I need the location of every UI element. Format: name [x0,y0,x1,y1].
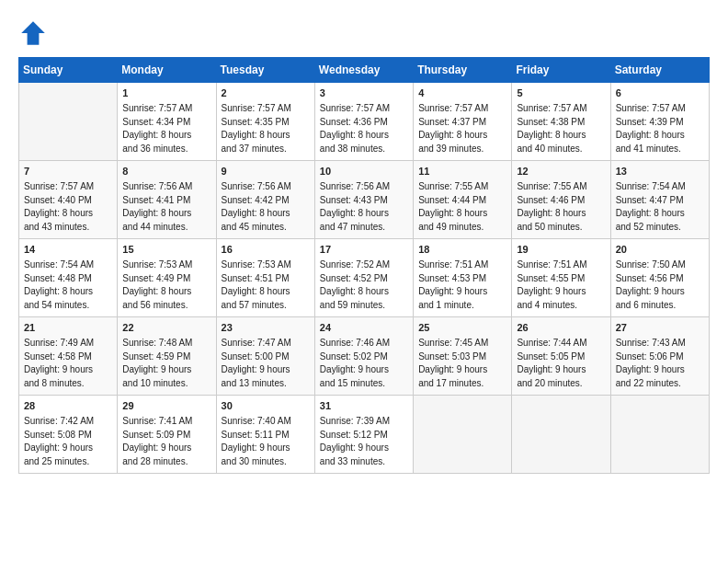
day-number: 19 [517,243,605,257]
calendar-cell: 1Sunrise: 7:57 AM Sunset: 4:34 PM Daylig… [118,83,216,161]
day-number: 2 [222,86,310,100]
day-info: Sunrise: 7:46 AM Sunset: 5:02 PM Dayligh… [320,337,408,390]
calendar-cell [414,396,512,474]
calendar-cell: 8Sunrise: 7:56 AM Sunset: 4:41 PM Daylig… [118,161,216,239]
day-info: Sunrise: 7:55 AM Sunset: 4:46 PM Dayligh… [517,180,605,234]
day-info: Sunrise: 7:53 AM Sunset: 4:51 PM Dayligh… [222,259,310,312]
day-number: 25 [418,321,506,335]
calendar-cell: 24Sunrise: 7:46 AM Sunset: 5:02 PM Dayli… [314,317,413,396]
day-number: 13 [616,165,704,178]
weekday-header-row: SundayMondayTuesdayWednesdayThursdayFrid… [19,58,710,83]
day-number: 15 [122,243,210,257]
weekday-header: Thursday [414,58,512,83]
day-number: 26 [517,321,605,335]
day-info: Sunrise: 7:52 AM Sunset: 4:52 PM Dayligh… [320,259,408,312]
calendar-cell: 29Sunrise: 7:41 AM Sunset: 5:09 PM Dayli… [118,396,216,474]
day-info: Sunrise: 7:43 AM Sunset: 5:06 PM Dayligh… [616,337,704,390]
day-info: Sunrise: 7:40 AM Sunset: 5:11 PM Dayligh… [222,415,310,468]
day-info: Sunrise: 7:42 AM Sunset: 5:08 PM Dayligh… [24,415,112,468]
calendar-cell: 31Sunrise: 7:39 AM Sunset: 5:12 PM Dayli… [314,396,413,474]
calendar-cell: 6Sunrise: 7:57 AM Sunset: 4:39 PM Daylig… [610,83,709,161]
day-info: Sunrise: 7:57 AM Sunset: 4:40 PM Dayligh… [24,180,112,234]
day-number: 8 [122,165,210,178]
calendar-cell: 4Sunrise: 7:57 AM Sunset: 4:37 PM Daylig… [414,83,512,161]
day-number: 29 [122,399,210,413]
day-number: 16 [222,243,310,257]
day-info: Sunrise: 7:45 AM Sunset: 5:03 PM Dayligh… [418,337,506,390]
calendar-cell: 12Sunrise: 7:55 AM Sunset: 4:46 PM Dayli… [512,161,610,239]
calendar-cell: 25Sunrise: 7:45 AM Sunset: 5:03 PM Dayli… [414,317,512,396]
day-info: Sunrise: 7:57 AM Sunset: 4:36 PM Dayligh… [320,102,408,155]
weekday-header: Wednesday [314,58,413,83]
day-number: 24 [320,321,408,335]
day-number: 7 [24,165,112,178]
calendar-cell: 23Sunrise: 7:47 AM Sunset: 5:00 PM Dayli… [216,317,314,396]
day-info: Sunrise: 7:41 AM Sunset: 5:09 PM Dayligh… [122,415,210,468]
calendar-cell [512,396,610,474]
calendar-cell: 7Sunrise: 7:57 AM Sunset: 4:40 PM Daylig… [19,161,118,239]
weekday-header: Tuesday [216,58,314,83]
calendar-week-row: 28Sunrise: 7:42 AM Sunset: 5:08 PM Dayli… [19,396,710,474]
day-number: 30 [222,399,310,413]
day-info: Sunrise: 7:56 AM Sunset: 4:41 PM Dayligh… [122,180,210,234]
day-info: Sunrise: 7:57 AM Sunset: 4:35 PM Dayligh… [222,102,310,155]
day-info: Sunrise: 7:49 AM Sunset: 4:58 PM Dayligh… [24,337,112,390]
day-info: Sunrise: 7:54 AM Sunset: 4:48 PM Dayligh… [24,259,112,312]
day-info: Sunrise: 7:50 AM Sunset: 4:56 PM Dayligh… [616,259,704,312]
day-number: 1 [122,86,210,100]
calendar-cell: 30Sunrise: 7:40 AM Sunset: 5:11 PM Dayli… [216,396,314,474]
day-number: 21 [24,321,112,335]
calendar-cell: 2Sunrise: 7:57 AM Sunset: 4:35 PM Daylig… [216,83,314,161]
calendar-cell: 10Sunrise: 7:56 AM Sunset: 4:43 PM Dayli… [314,161,413,239]
weekday-header: Sunday [19,58,118,83]
page-header [18,18,710,48]
calendar-cell: 16Sunrise: 7:53 AM Sunset: 4:51 PM Dayli… [216,239,314,317]
day-number: 22 [122,321,210,335]
calendar-cell: 21Sunrise: 7:49 AM Sunset: 4:58 PM Dayli… [19,317,118,396]
day-number: 23 [222,321,310,335]
day-number: 6 [616,86,704,100]
day-number: 14 [24,243,112,257]
calendar-cell: 9Sunrise: 7:56 AM Sunset: 4:42 PM Daylig… [216,161,314,239]
day-info: Sunrise: 7:57 AM Sunset: 4:37 PM Dayligh… [418,102,506,155]
day-number: 27 [616,321,704,335]
day-info: Sunrise: 7:56 AM Sunset: 4:42 PM Dayligh… [222,180,310,234]
weekday-header: Monday [118,58,216,83]
calendar-cell: 14Sunrise: 7:54 AM Sunset: 4:48 PM Dayli… [19,239,118,317]
calendar-cell: 26Sunrise: 7:44 AM Sunset: 5:05 PM Dayli… [512,317,610,396]
calendar-cell: 13Sunrise: 7:54 AM Sunset: 4:47 PM Dayli… [610,161,709,239]
day-info: Sunrise: 7:51 AM Sunset: 4:53 PM Dayligh… [418,259,506,312]
calendar-cell [610,396,709,474]
day-info: Sunrise: 7:39 AM Sunset: 5:12 PM Dayligh… [320,415,408,468]
logo-icon [18,18,48,48]
logo [18,18,51,48]
calendar-cell: 27Sunrise: 7:43 AM Sunset: 5:06 PM Dayli… [610,317,709,396]
day-number: 5 [517,86,605,100]
calendar-table: SundayMondayTuesdayWednesdayThursdayFrid… [18,57,710,474]
day-info: Sunrise: 7:56 AM Sunset: 4:43 PM Dayligh… [320,180,408,234]
day-info: Sunrise: 7:47 AM Sunset: 5:00 PM Dayligh… [222,337,310,390]
weekday-header: Friday [512,58,610,83]
day-number: 4 [418,86,506,100]
calendar-cell [19,83,118,161]
day-info: Sunrise: 7:44 AM Sunset: 5:05 PM Dayligh… [517,337,605,390]
calendar-cell: 15Sunrise: 7:53 AM Sunset: 4:49 PM Dayli… [118,239,216,317]
calendar-week-row: 21Sunrise: 7:49 AM Sunset: 4:58 PM Dayli… [19,317,710,396]
day-info: Sunrise: 7:48 AM Sunset: 4:59 PM Dayligh… [122,337,210,390]
calendar-cell: 19Sunrise: 7:51 AM Sunset: 4:55 PM Dayli… [512,239,610,317]
day-info: Sunrise: 7:57 AM Sunset: 4:38 PM Dayligh… [517,102,605,155]
day-info: Sunrise: 7:57 AM Sunset: 4:39 PM Dayligh… [616,102,704,155]
calendar-cell: 11Sunrise: 7:55 AM Sunset: 4:44 PM Dayli… [414,161,512,239]
day-info: Sunrise: 7:57 AM Sunset: 4:34 PM Dayligh… [122,102,210,155]
day-number: 12 [517,165,605,178]
calendar-cell: 28Sunrise: 7:42 AM Sunset: 5:08 PM Dayli… [19,396,118,474]
day-info: Sunrise: 7:55 AM Sunset: 4:44 PM Dayligh… [418,180,506,234]
day-number: 9 [222,165,310,178]
calendar-cell: 3Sunrise: 7:57 AM Sunset: 4:36 PM Daylig… [314,83,413,161]
day-info: Sunrise: 7:53 AM Sunset: 4:49 PM Dayligh… [122,259,210,312]
day-number: 17 [320,243,408,257]
weekday-header: Saturday [610,58,709,83]
calendar-cell: 22Sunrise: 7:48 AM Sunset: 4:59 PM Dayli… [118,317,216,396]
calendar-week-row: 14Sunrise: 7:54 AM Sunset: 4:48 PM Dayli… [19,239,710,317]
day-number: 18 [418,243,506,257]
